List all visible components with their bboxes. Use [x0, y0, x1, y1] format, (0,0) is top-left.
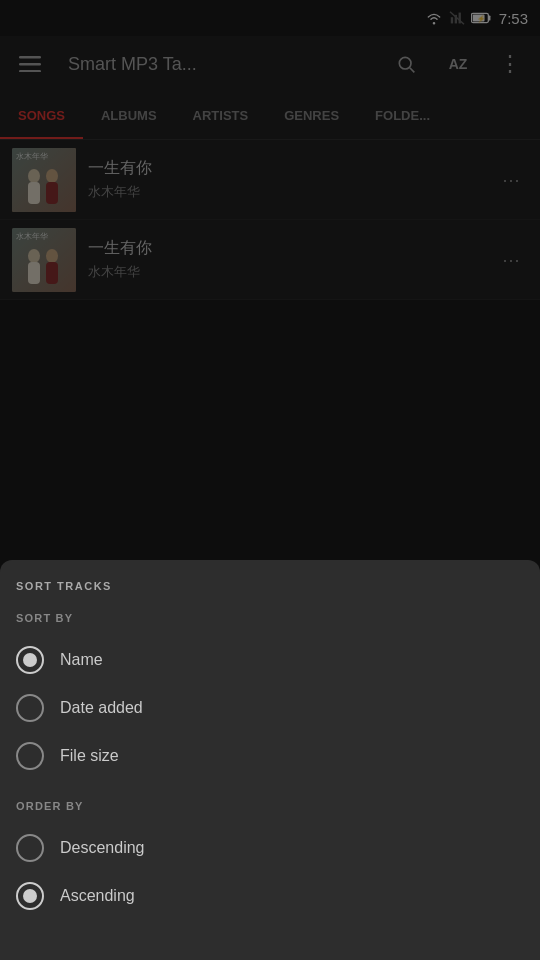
order-ascending-label: Ascending [60, 887, 135, 905]
order-descending-label: Descending [60, 839, 145, 857]
sort-by-date-option[interactable]: Date added [16, 684, 524, 732]
order-ascending-radio[interactable] [16, 882, 44, 910]
sort-by-filesize-label: File size [60, 747, 119, 765]
sort-sheet-title: SORT TRACKS [16, 580, 524, 592]
sort-by-name-option[interactable]: Name [16, 636, 524, 684]
order-descending-radio[interactable] [16, 834, 44, 862]
sort-by-date-radio[interactable] [16, 694, 44, 722]
sort-tracks-sheet: SORT TRACKS SORT BY Name Date added File… [0, 560, 540, 960]
order-by-label: ORDER BY [16, 800, 524, 812]
sort-by-filesize-option[interactable]: File size [16, 732, 524, 780]
sort-by-date-label: Date added [60, 699, 143, 717]
order-descending-option[interactable]: Descending [16, 824, 524, 872]
order-ascending-option[interactable]: Ascending [16, 872, 524, 920]
sort-by-name-label: Name [60, 651, 103, 669]
sort-by-filesize-radio[interactable] [16, 742, 44, 770]
sort-by-name-radio[interactable] [16, 646, 44, 674]
sort-by-label: SORT BY [16, 612, 524, 624]
